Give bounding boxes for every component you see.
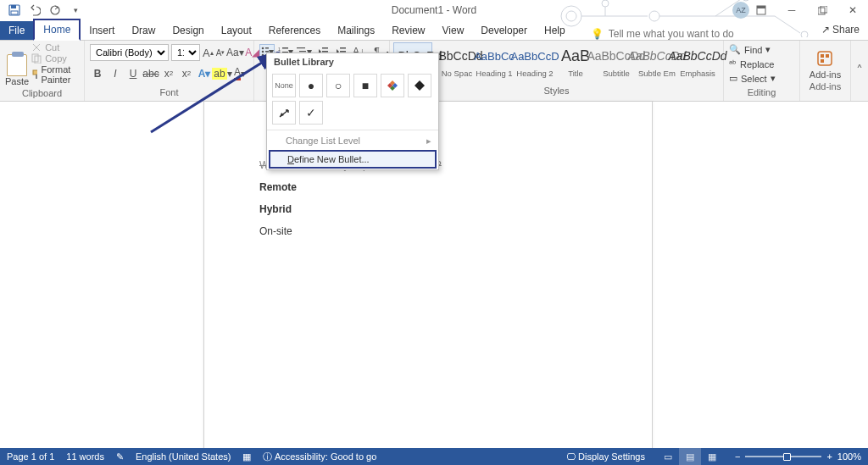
svg-rect-11	[757, 6, 765, 8]
status-accessibility[interactable]: ⓘ Accessibility: Good to go	[263, 451, 376, 463]
text-effects-button[interactable]: A▾	[197, 66, 212, 81]
zoom-in-button[interactable]: +	[826, 451, 832, 462]
status-macro-icon[interactable]: ▦	[242, 451, 251, 462]
underline-button[interactable]: U	[125, 66, 141, 81]
tab-mailings[interactable]: Mailings	[329, 21, 383, 40]
shrink-font-button[interactable]: A▾	[216, 45, 225, 60]
change-list-level-item: Change List Level▸	[267, 132, 438, 149]
tell-me[interactable]: 💡	[591, 28, 761, 40]
share-button[interactable]: ↗ Share	[821, 24, 860, 36]
bullet-arrow[interactable]	[272, 101, 296, 125]
lightbulb-icon: 💡	[591, 28, 604, 40]
document-content[interactable]: What mode would you prefer to work in? R…	[259, 158, 442, 246]
ribbon-display-options[interactable]	[746, 0, 776, 20]
strikethrough-button[interactable]: abc	[143, 66, 159, 81]
read-mode-button[interactable]: ▭	[657, 448, 679, 465]
bullet-checkmark[interactable]: ✓	[299, 101, 323, 125]
svg-rect-39	[826, 54, 829, 58]
svg-point-9	[602, 0, 609, 7]
bullet-disc[interactable]: ●	[299, 74, 323, 97]
chevron-right-icon: ▸	[426, 136, 431, 147]
status-words[interactable]: 11 words	[66, 451, 104, 462]
addins-icon	[815, 49, 834, 68]
group-editing: 🔍Find ▾ ᵃᵇReplace ▭Select ▾ Editing	[724, 41, 800, 101]
minimize-button[interactable]: ─	[776, 0, 807, 20]
tab-references[interactable]: References	[260, 21, 329, 40]
status-page[interactable]: Page 1 of 1	[7, 451, 54, 462]
zoom-slider[interactable]	[745, 456, 821, 457]
svg-rect-16	[33, 70, 37, 75]
tab-insert[interactable]: Insert	[81, 21, 123, 40]
copy-icon	[31, 53, 42, 64]
group-addins: Add-ins Add-ins	[800, 41, 851, 101]
bullet-square[interactable]: ■	[353, 74, 377, 97]
tab-file[interactable]: File	[0, 21, 33, 40]
zoom-level[interactable]: 100%	[837, 451, 861, 462]
clipboard-icon	[7, 54, 27, 76]
style-emphasis[interactable]: AaBbCcDdEmphasis	[678, 42, 717, 83]
doc-line-hybrid[interactable]: Hybrid	[259, 202, 442, 217]
format-painter-button[interactable]: Format Painter	[31, 64, 79, 85]
save-button[interactable]	[5, 1, 24, 19]
svg-point-22	[262, 54, 264, 57]
superscript-button[interactable]: x2	[179, 66, 194, 81]
bullet-diamond-black[interactable]	[408, 74, 431, 97]
font-name-combo[interactable]: Calibri (Body)	[90, 44, 169, 61]
undo-button[interactable]	[25, 1, 44, 19]
group-label-addins: Add-ins	[810, 80, 841, 95]
group-label-styles: Styles	[393, 84, 720, 99]
tab-layout[interactable]: Layout	[213, 21, 260, 40]
titlebar: ▾ Document1 - Word AZ ─ ✕	[0, 0, 868, 20]
styles-gallery[interactable]: AaBbCcDd¶ Normal AaBbCcDd¶ No Spac... Aa…	[393, 42, 720, 83]
group-label-editing: Editing	[729, 86, 794, 101]
addins-button[interactable]: Add-ins	[810, 49, 841, 80]
paste-label: Paste	[5, 76, 29, 86]
style-heading2[interactable]: AaBbCcDHeading 2	[515, 42, 554, 83]
qat-customize[interactable]: ▾	[66, 1, 85, 19]
close-button[interactable]: ✕	[837, 0, 868, 20]
scissors-icon	[31, 42, 42, 53]
tab-design[interactable]: Design	[164, 21, 212, 40]
view-buttons: ▭ ▤ ▦	[657, 448, 723, 465]
doc-line-remote[interactable]: Remote	[259, 180, 442, 195]
bullet-none[interactable]: None	[272, 74, 296, 97]
subscript-button[interactable]: x2	[161, 66, 176, 81]
print-layout-button[interactable]: ▤	[679, 448, 701, 465]
bullet-circle[interactable]: ○	[326, 74, 350, 97]
replace-button[interactable]: ᵃᵇReplace	[729, 57, 794, 71]
svg-rect-40	[821, 59, 824, 63]
web-layout-button[interactable]: ▦	[701, 448, 723, 465]
tab-view[interactable]: View	[434, 21, 473, 40]
change-case-button[interactable]: Aa▾	[227, 45, 242, 60]
tell-me-input[interactable]	[609, 28, 761, 40]
redo-button[interactable]	[46, 1, 64, 19]
grow-font-button[interactable]: A▴	[203, 45, 214, 60]
zoom-out-button[interactable]: −	[735, 451, 740, 462]
italic-button[interactable]: I	[108, 66, 123, 81]
tab-help[interactable]: Help	[536, 21, 574, 40]
bullet-diamond-4color[interactable]	[381, 74, 404, 97]
display-settings-button[interactable]: 🖵 Display Settings	[566, 451, 645, 462]
paste-button[interactable]: Paste	[5, 42, 29, 86]
style-heading1[interactable]: AaBbCcHeading 1	[475, 42, 514, 83]
status-language[interactable]: English (United States)	[136, 451, 231, 462]
group-styles: AaBbCcDd¶ Normal AaBbCcDd¶ No Spac... Aa…	[390, 41, 724, 101]
highlight-button[interactable]: ab▾	[214, 66, 230, 81]
bold-button[interactable]: B	[90, 66, 105, 81]
doc-line-onsite[interactable]: On-site	[259, 224, 442, 239]
collapse-ribbon-button[interactable]: ˄	[851, 41, 868, 101]
restore-button[interactable]	[807, 0, 837, 20]
font-color-button[interactable]: A▾	[232, 66, 248, 81]
tab-home[interactable]: Home	[33, 19, 81, 41]
select-button[interactable]: ▭Select ▾	[729, 71, 794, 86]
tab-draw[interactable]: Draw	[123, 21, 164, 40]
style-no-spacing[interactable]: AaBbCcDd¶ No Spac...	[434, 42, 473, 83]
status-spellcheck-icon[interactable]: ✎	[116, 451, 124, 462]
share-label: Share	[832, 24, 860, 36]
replace-icon: ᵃᵇ	[729, 58, 737, 69]
define-new-bullet-item[interactable]: Define New Bullet...	[269, 150, 437, 169]
font-size-combo[interactable]: 11	[171, 44, 200, 61]
tab-review[interactable]: Review	[383, 21, 433, 40]
tab-developer[interactable]: Developer	[472, 21, 536, 40]
find-button[interactable]: 🔍Find ▾	[729, 42, 794, 57]
